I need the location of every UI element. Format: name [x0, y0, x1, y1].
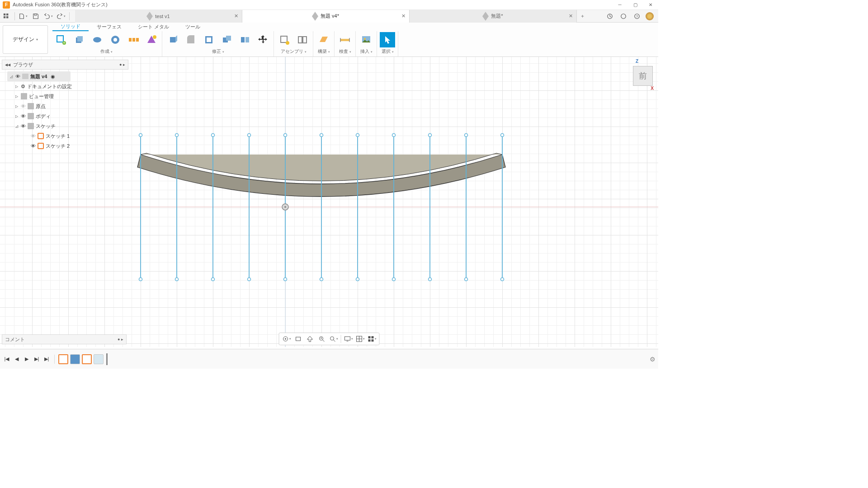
hole-tool[interactable]: [108, 32, 123, 47]
job-status-button[interactable]: [618, 11, 629, 22]
data-panel-button[interactable]: [1, 11, 12, 22]
tree-item-sketch[interactable]: 👁スケッチ 1: [2, 131, 128, 141]
timeline-marker[interactable]: [106, 353, 108, 365]
workspace-switcher[interactable]: デザイン: [3, 25, 48, 54]
tree-root[interactable]: ◿👁 無題 v4 ◉: [7, 71, 71, 81]
close-tab-icon[interactable]: ✕: [569, 13, 573, 19]
timeline-start-button[interactable]: |◀: [3, 355, 11, 363]
timeline-play-button[interactable]: ▶: [23, 355, 31, 363]
svg-point-58: [284, 134, 287, 137]
close-tab-icon[interactable]: ✕: [401, 13, 406, 19]
svg-point-50: [139, 134, 142, 137]
group-label[interactable]: アセンブリ: [281, 48, 307, 55]
extrude-tool[interactable]: [71, 32, 87, 47]
tree-item-bodies[interactable]: ▷👁ボディ: [2, 111, 128, 121]
undo-button[interactable]: [43, 11, 54, 22]
tree-item-origin[interactable]: ▷👁原点: [2, 101, 128, 111]
minimize-button[interactable]: ─: [612, 0, 627, 10]
svg-point-66: [429, 134, 432, 137]
document-icon: [482, 12, 489, 21]
press-pull-tool[interactable]: [165, 32, 180, 47]
tree-item-views[interactable]: ▷ビュー管理: [2, 91, 128, 101]
timeline-feature[interactable]: [94, 354, 104, 364]
pin-icon[interactable]: ● ▸: [119, 62, 125, 67]
save-button[interactable]: [30, 11, 41, 22]
tool-group-assemble: アセンブリ: [274, 31, 313, 56]
insert-decal-tool[interactable]: [359, 32, 374, 47]
svg-rect-3: [6, 16, 8, 18]
tool-group-select: 選択: [377, 31, 398, 56]
zoom-button[interactable]: +: [316, 333, 327, 344]
group-label[interactable]: 検査: [339, 48, 351, 55]
viewcube-face[interactable]: 前: [633, 66, 653, 86]
extensions-button[interactable]: [604, 11, 616, 22]
timeline-settings-button[interactable]: ⚙: [650, 356, 656, 363]
new-component-tool[interactable]: [277, 32, 292, 47]
timeline-feature-sketch[interactable]: [58, 354, 68, 364]
close-button[interactable]: ✕: [643, 0, 658, 10]
split-tool[interactable]: [237, 32, 253, 47]
shell-tool[interactable]: [201, 32, 217, 47]
comment-panel[interactable]: コメント ● ▸: [2, 334, 127, 344]
document-tab[interactable]: 無題 v4* ✕: [242, 10, 410, 23]
axis-x-label: X: [651, 86, 654, 91]
timeline-feature-sketch[interactable]: [82, 354, 92, 364]
file-menu-button[interactable]: [18, 11, 28, 22]
new-tab-button[interactable]: ＋: [577, 10, 588, 23]
ribbon-tab-tools[interactable]: ツール: [177, 23, 208, 31]
combine-tool[interactable]: [219, 32, 235, 47]
document-tab[interactable]: 無題* ✕: [410, 10, 577, 23]
measure-tool[interactable]: [337, 32, 353, 47]
axis-z-label: Z: [636, 59, 638, 64]
svg-point-63: [356, 278, 359, 281]
group-label[interactable]: 修正: [212, 48, 224, 55]
move-tool[interactable]: [255, 32, 271, 47]
orbit-button[interactable]: [281, 333, 292, 344]
select-tool[interactable]: [380, 32, 395, 47]
svg-rect-23: [207, 38, 211, 42]
svg-point-52: [175, 134, 179, 137]
ribbon-tab-sheetmetal[interactable]: シート メタル: [130, 23, 177, 31]
tree-item-doc-settings[interactable]: ▷⚙ドキュメントの設定: [2, 81, 128, 91]
create-form-tool[interactable]: [144, 32, 159, 47]
browser-header[interactable]: ◀◀ ブラウザ ● ▸: [2, 60, 128, 70]
group-label[interactable]: 挿入: [360, 48, 373, 55]
timeline-next-button[interactable]: ▶|: [33, 355, 41, 363]
close-tab-icon[interactable]: ✕: [234, 13, 238, 19]
pattern-tool[interactable]: [126, 32, 141, 47]
document-tabs: test v1 ✕ 無題 v4* ✕ 無題* ✕ ＋: [75, 10, 603, 23]
svg-text:+: +: [320, 337, 322, 340]
document-tab[interactable]: test v1 ✕: [75, 10, 242, 23]
display-settings-button[interactable]: [343, 333, 354, 344]
browser-title: ブラウザ: [13, 61, 33, 68]
revolve-tool[interactable]: [90, 32, 105, 47]
help-button[interactable]: ?: [631, 11, 643, 22]
tree-item-sketch[interactable]: 👁スケッチ 2: [2, 141, 128, 151]
grid-settings-button[interactable]: [355, 333, 366, 344]
tree-item-sketches[interactable]: ◿👁スケッチ: [2, 121, 128, 131]
redo-button[interactable]: [56, 11, 66, 22]
look-at-button[interactable]: [293, 333, 304, 344]
joint-tool[interactable]: [295, 32, 310, 47]
ribbon-tab-surface[interactable]: サーフェス: [89, 23, 130, 31]
pin-icon[interactable]: ● ▸: [118, 337, 123, 342]
group-label[interactable]: 構築: [318, 48, 330, 55]
pan-button[interactable]: [305, 333, 316, 344]
group-label[interactable]: 選択: [382, 48, 394, 55]
maximize-button[interactable]: ▢: [627, 0, 643, 10]
viewcube[interactable]: Z 前 X: [633, 60, 653, 86]
svg-point-14: [93, 37, 101, 42]
zoom-window-button[interactable]: [328, 333, 339, 344]
timeline-feature-extrude[interactable]: [70, 354, 80, 364]
viewport-layout-button[interactable]: [367, 333, 377, 344]
construct-plane-tool[interactable]: [316, 32, 331, 47]
svg-rect-13: [77, 36, 83, 42]
svg-rect-30: [298, 37, 302, 43]
timeline-end-button[interactable]: ▶|: [42, 355, 51, 363]
ribbon-tab-solid[interactable]: ソリッド: [52, 23, 89, 31]
create-sketch-tool[interactable]: +: [53, 32, 69, 47]
fillet-tool[interactable]: [183, 32, 198, 47]
group-label[interactable]: 作成: [100, 48, 113, 55]
timeline-prev-button[interactable]: ◀: [13, 355, 21, 363]
user-avatar[interactable]: [646, 12, 654, 20]
